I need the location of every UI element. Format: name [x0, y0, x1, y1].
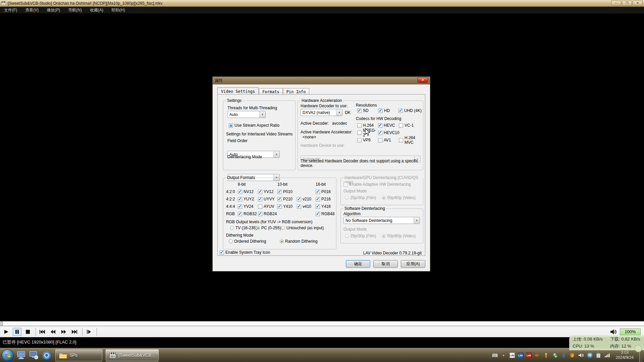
- rgb-tv-radio[interactable]: [230, 226, 234, 230]
- tray-network-signal-icon[interactable]: [604, 352, 610, 358]
- tray-lav-splitter-icon[interactable]: LAV: [509, 353, 515, 358]
- col-16bit-header: 16-bit: [316, 182, 336, 187]
- stop-button[interactable]: [23, 328, 32, 336]
- fmt-rgb24-checkbox[interactable]: [258, 212, 262, 216]
- fmt-v410-checkbox[interactable]: [297, 204, 301, 209]
- menu-file[interactable]: 文件(F): [0, 7, 21, 13]
- fast-forward-button[interactable]: [59, 328, 68, 336]
- tray-keyboard-icon[interactable]: [492, 352, 498, 358]
- fmt-p016-checkbox[interactable]: [316, 190, 320, 194]
- skip-forward-button[interactable]: [70, 328, 79, 336]
- tray-expand-icon[interactable]: ▲: [501, 352, 506, 358]
- fmt-p210-checkbox[interactable]: [277, 197, 282, 201]
- codec-h264mvc-checkbox[interactable]: [399, 138, 403, 142]
- fmt-rgb48-label: RGB48: [321, 212, 334, 216]
- quicklaunch-chromium-icon[interactable]: [41, 350, 52, 361]
- menu-help[interactable]: 帮助(H): [107, 7, 129, 13]
- fmt-yv12-checkbox[interactable]: [258, 190, 262, 194]
- minimize-button[interactable]: ─: [611, 1, 621, 6]
- algorithm-value: No Software Deinterlacing: [345, 218, 392, 223]
- tray-bluetooth-icon[interactable]: [561, 352, 567, 358]
- hw-device-note: The selected Hardware Decoder does not s…: [301, 159, 423, 168]
- quicklaunch-computer-icon[interactable]: ↻: [29, 350, 39, 361]
- rgb-untouched-radio[interactable]: [281, 226, 285, 230]
- rewind-button[interactable]: [49, 328, 57, 336]
- tray-mute-speaker-icon[interactable]: [535, 352, 540, 358]
- res-uhd-checkbox[interactable]: [398, 109, 403, 113]
- fmt-ayuv-checkbox[interactable]: [258, 204, 262, 209]
- fmt-y410-checkbox[interactable]: [277, 204, 282, 209]
- dialog-titlebar: 属性 ✕: [213, 77, 430, 84]
- menu-play[interactable]: 播放(P): [43, 7, 64, 13]
- volume-level[interactable]: 100%: [620, 328, 641, 335]
- tray-lav-audio-icon[interactable]: LAV: [518, 353, 523, 358]
- folder-icon: [59, 352, 67, 359]
- fmt-v210-checkbox[interactable]: [297, 197, 301, 201]
- quicklaunch-remote-desktop-icon[interactable]: [16, 350, 26, 361]
- pause-button[interactable]: [13, 328, 21, 336]
- dither-ordered-radio[interactable]: [229, 239, 233, 243]
- taskbar-clock[interactable]: 3:03 2024/9/24: [613, 350, 636, 360]
- codec-hevc-checkbox[interactable]: [378, 123, 382, 128]
- maximize-button[interactable]: ❐: [622, 1, 632, 6]
- algorithm-combobox[interactable]: No Software Deinterlacing: [343, 217, 420, 224]
- tray-usb-key-icon[interactable]: [543, 352, 549, 358]
- tray-speaker-icon[interactable]: [578, 352, 584, 358]
- close-button[interactable]: ✕: [633, 1, 643, 6]
- codec-h264-checkbox[interactable]: [357, 123, 362, 128]
- tray-w-app-icon[interactable]: W: [587, 352, 593, 358]
- fmt-nv12-checkbox[interactable]: [238, 190, 242, 194]
- taskbar-folder-window-button[interactable]: SPs: [55, 349, 102, 361]
- fmt-yuy2-checkbox[interactable]: [238, 197, 242, 201]
- seek-bar[interactable]: [0, 321, 644, 326]
- system-tray-label: Enable System Tray Icon: [225, 250, 270, 255]
- threads-combobox[interactable]: Auto: [227, 111, 266, 118]
- dialog-title: 属性: [215, 78, 223, 83]
- overlay-handle[interactable]: [635, 345, 642, 352]
- codec-av1-checkbox[interactable]: [378, 138, 382, 142]
- menu-navigate[interactable]: 导航(N): [64, 7, 86, 13]
- frame-step-button[interactable]: [85, 328, 93, 336]
- skip-back-button[interactable]: [38, 328, 47, 336]
- tray-lav-video-icon[interactable]: LAV: [526, 353, 532, 358]
- hw-decoder-value: DXVA2 (native): [303, 110, 330, 115]
- fmt-rgb32-checkbox[interactable]: [238, 212, 242, 216]
- cancel-button[interactable]: 取消: [373, 260, 398, 268]
- fmt-v210-label: v210: [303, 197, 311, 201]
- system-tray-checkbox[interactable]: [220, 250, 224, 255]
- fmt-yv24-checkbox[interactable]: [238, 204, 242, 209]
- hw-decoder-combobox[interactable]: DXVA2 (native): [301, 109, 342, 116]
- algorithm-label: Algorithm: [343, 212, 361, 216]
- taskbar: ↻ SPs 3 2 1 [SweetSub&VCB... ▲ LA: [0, 348, 644, 362]
- taskbar-player-window-button[interactable]: 3 2 1 [SweetSub&VCB...: [106, 349, 159, 361]
- fmt-rgb48-checkbox[interactable]: [316, 212, 320, 216]
- start-button[interactable]: [2, 349, 14, 361]
- res-sd-checkbox[interactable]: [357, 109, 362, 113]
- codec-hevc10-checkbox[interactable]: [378, 131, 382, 135]
- apply-button[interactable]: 应用(A): [401, 260, 425, 268]
- tray-firewall-icon[interactable]: [570, 352, 575, 358]
- codec-vc1-checkbox[interactable]: [399, 123, 403, 128]
- fmt-p010-checkbox[interactable]: [277, 190, 282, 194]
- menu-view[interactable]: 查看(V): [21, 7, 43, 13]
- codec-mpeg2-checkbox[interactable]: [357, 131, 362, 135]
- dialog-close-button[interactable]: ✕: [418, 77, 428, 83]
- codec-vp9-checkbox[interactable]: [357, 138, 362, 142]
- dithering-label: Dithering Mode: [226, 233, 253, 238]
- rgb-pc-radio[interactable]: [256, 226, 260, 230]
- video-settings-page: Settings Threads for Multi-Threading Aut…: [217, 94, 425, 256]
- volume-speaker-icon[interactable]: [610, 329, 617, 335]
- play-button[interactable]: [2, 328, 11, 336]
- ok-button[interactable]: 确定: [346, 260, 370, 268]
- menu-favorites[interactable]: 收藏(A): [86, 7, 107, 13]
- tray-safely-remove-icon[interactable]: [552, 352, 558, 358]
- stream-aspect-checkbox[interactable]: [229, 123, 233, 128]
- fmt-y416-checkbox[interactable]: [316, 204, 320, 209]
- tray-clipboard-icon[interactable]: [596, 352, 601, 358]
- dither-random-radio[interactable]: [280, 239, 284, 243]
- seek-thumb[interactable]: [1, 322, 3, 325]
- sw-output-mode-label: Output Mode: [343, 227, 367, 232]
- fmt-uyvy-checkbox[interactable]: [258, 197, 262, 201]
- fmt-p216-checkbox[interactable]: [316, 197, 320, 201]
- res-hd-checkbox[interactable]: [378, 109, 383, 113]
